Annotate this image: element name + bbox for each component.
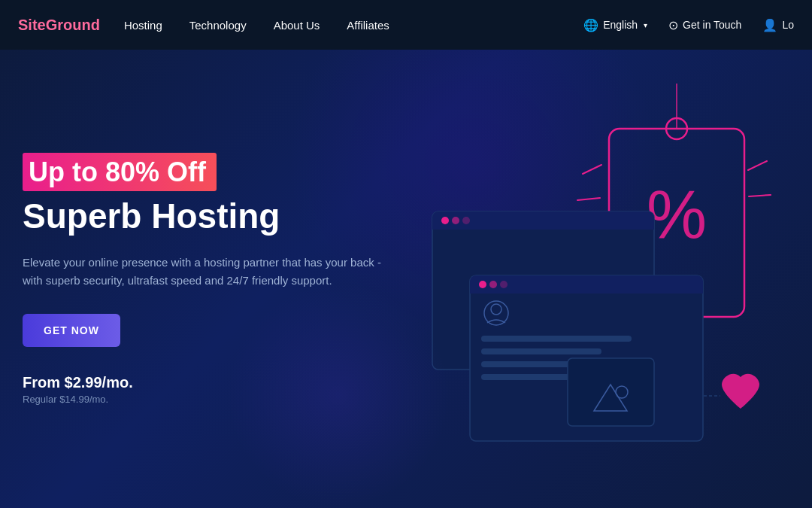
- hero-illustration: %: [391, 84, 812, 475]
- svg-rect-27: [568, 358, 654, 426]
- svg-line-4: [583, 165, 601, 174]
- nav-link-affiliates[interactable]: Affiliates: [347, 19, 389, 32]
- logo-text: S: [18, 17, 28, 33]
- svg-line-8: [749, 195, 771, 196]
- hero-content: Up to 80% Off Superb Hosting Elevate you…: [0, 153, 383, 405]
- svg-rect-24: [481, 348, 601, 354]
- svg-point-20: [500, 281, 508, 288]
- svg-point-12: [441, 217, 449, 224]
- cta-button[interactable]: GET NOW: [23, 314, 120, 347]
- login-label: Lo: [782, 19, 794, 31]
- chevron-down-icon: ▾: [644, 21, 647, 29]
- pricing-regular: Regular $14.99/mo.: [23, 394, 383, 405]
- contact-label: Get in Touch: [683, 19, 741, 31]
- contact-link[interactable]: ⊙ Get in Touch: [668, 18, 741, 32]
- hero-section: Up to 80% Off Superb Hosting Elevate you…: [0, 50, 812, 508]
- navigation: SiteGround Hosting Technology About Us A…: [0, 0, 812, 50]
- illustration-svg: %: [391, 84, 812, 475]
- nav-link-technology[interactable]: Technology: [189, 19, 247, 32]
- svg-point-19: [489, 281, 497, 288]
- nav-link-hosting[interactable]: Hosting: [124, 19, 162, 32]
- logo-text-rest: iteGround: [28, 17, 100, 33]
- svg-rect-26: [481, 374, 571, 380]
- svg-point-14: [462, 217, 470, 224]
- location-icon: ⊙: [668, 18, 678, 32]
- nav-links: Hosting Technology About Us Affiliates: [124, 19, 583, 32]
- nav-link-about-us[interactable]: About Us: [274, 19, 320, 32]
- nav-right: 🌐 English ▾ ⊙ Get in Touch 👤 Lo: [583, 18, 794, 32]
- language-selector[interactable]: 🌐 English ▾: [583, 18, 647, 32]
- svg-point-13: [452, 217, 459, 224]
- hero-description: Elevate your online presence with a host…: [23, 254, 383, 290]
- login-button[interactable]: 👤 Lo: [762, 18, 794, 32]
- svg-line-5: [577, 198, 600, 200]
- user-icon: 👤: [762, 18, 777, 32]
- logo[interactable]: SiteGround: [18, 17, 100, 34]
- pricing-from: From $2.99/mo.: [23, 374, 383, 391]
- discount-badge: Up to 80% Off: [23, 153, 217, 191]
- svg-point-18: [479, 281, 486, 288]
- svg-line-7: [748, 161, 767, 170]
- language-label: English: [603, 19, 638, 31]
- svg-rect-23: [481, 336, 632, 342]
- svg-text:%: %: [647, 177, 707, 252]
- hero-title: Superb Hosting: [23, 197, 383, 236]
- pricing-info: From $2.99/mo. Regular $14.99/mo.: [23, 374, 383, 405]
- language-icon: 🌐: [583, 18, 598, 32]
